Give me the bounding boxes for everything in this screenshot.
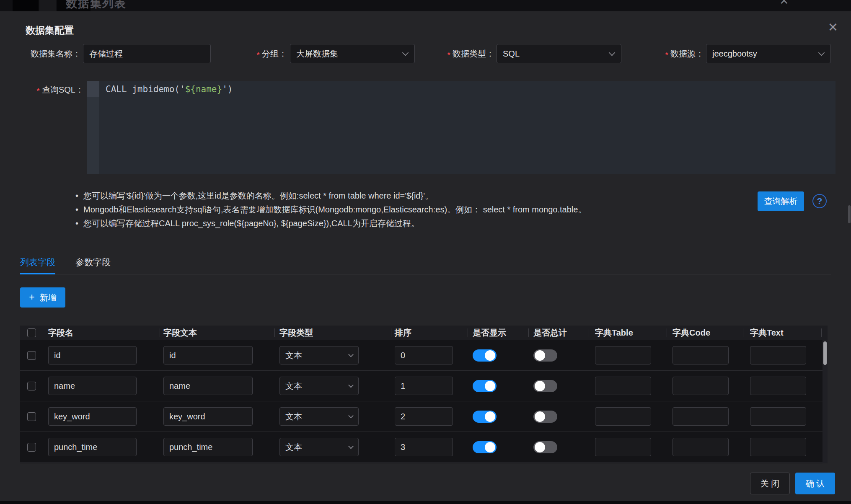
- field-type-select[interactable]: 文本: [279, 377, 359, 395]
- tab-list-fields[interactable]: 列表字段: [20, 256, 55, 268]
- field-type-select-value: 文本: [285, 411, 302, 422]
- dict-code-input[interactable]: [673, 438, 729, 456]
- show-toggle[interactable]: [473, 441, 497, 453]
- dict-code-input[interactable]: [673, 377, 729, 395]
- column-header: 字典Code: [673, 326, 710, 340]
- dict-text-input[interactable]: [750, 438, 806, 456]
- dict-code-input[interactable]: [673, 346, 729, 364]
- dict-table-input[interactable]: [595, 377, 651, 395]
- field-type-select[interactable]: 文本: [279, 346, 359, 364]
- field-text-input[interactable]: [163, 438, 253, 456]
- sql-hints-list: 您可以编写'${id}'做为一个参数,这里id是参数的名称。例如:select …: [75, 189, 586, 230]
- field-type-select-value: 文本: [285, 350, 302, 361]
- column-header: 字典Table: [595, 326, 633, 340]
- sql-code-editor[interactable]: CALL jmbidemo('${name}'): [87, 81, 835, 174]
- header-separator: [821, 328, 822, 337]
- header-separator: [391, 328, 391, 337]
- modal-scrollbar-thumb[interactable]: [848, 205, 851, 223]
- table-body: 文本文本文本文本: [20, 340, 828, 463]
- total-toggle[interactable]: [533, 441, 557, 453]
- dataset-name-label-text: 数据集名称：: [31, 48, 81, 59]
- show-toggle[interactable]: [473, 380, 497, 392]
- chevron-down-icon: [818, 49, 825, 56]
- dataset-name-input[interactable]: [83, 44, 211, 63]
- show-toggle[interactable]: [473, 349, 497, 362]
- chevron-down-icon: [348, 413, 354, 419]
- required-asterisk: *: [447, 50, 450, 60]
- field-name-input[interactable]: [48, 407, 137, 426]
- field-type-select[interactable]: 文本: [279, 438, 359, 456]
- column-header: 字段类型: [279, 326, 313, 340]
- query-parse-button[interactable]: 查询解析: [758, 191, 804, 211]
- toggle-knob: [485, 411, 495, 422]
- sql-label: * 查询SQL：: [8, 81, 84, 98]
- field-text-input[interactable]: [163, 377, 253, 395]
- group-select[interactable]: 大屏数据集: [290, 44, 415, 63]
- tabs-divider: [20, 274, 831, 274]
- dict-text-input[interactable]: [750, 407, 806, 426]
- background-close-icon[interactable]: ✕: [779, 0, 789, 8]
- hint-item: 您可以编写存储过程CALL proc_sys_role(${pageNo}, $…: [75, 217, 586, 230]
- show-toggle[interactable]: [473, 411, 497, 423]
- table-row: 文本: [20, 340, 828, 371]
- toggle-knob: [535, 350, 545, 361]
- field-name-input[interactable]: [48, 438, 137, 456]
- modal-title: 数据集配置: [26, 24, 74, 37]
- dict-text-input[interactable]: [750, 377, 806, 395]
- close-icon[interactable]: ✕: [825, 19, 841, 36]
- total-toggle[interactable]: [533, 380, 557, 392]
- toggle-knob: [485, 350, 495, 361]
- data-type-select-value: SQL: [503, 49, 520, 59]
- background-dialog-title: 数据集列表: [66, 0, 127, 11]
- select-all-checkbox[interactable]: [27, 328, 36, 337]
- help-circle-icon[interactable]: ?: [812, 194, 827, 208]
- dict-code-input[interactable]: [673, 407, 729, 426]
- dataset-config-modal: 数据集配置 ✕ 数据集名称： * 分组： 大屏数据集 * 数据类型： SQL *…: [0, 11, 851, 501]
- confirm-button[interactable]: 确 认: [795, 473, 835, 494]
- dict-table-input[interactable]: [595, 407, 651, 426]
- total-toggle[interactable]: [533, 349, 557, 362]
- field-text-input[interactable]: [163, 346, 253, 364]
- sort-order-input[interactable]: [395, 407, 453, 426]
- dict-text-input[interactable]: [750, 346, 806, 364]
- dict-table-input[interactable]: [595, 438, 651, 456]
- data-source-select-value: jeecgbootsy: [712, 49, 757, 59]
- table-scrollbar-thumb[interactable]: [823, 341, 827, 365]
- column-header: 是否显示: [473, 326, 506, 340]
- background-panel-block: [39, 0, 56, 11]
- close-button[interactable]: 关 闭: [750, 473, 790, 494]
- row-checkbox[interactable]: [27, 382, 36, 390]
- tab-param-fields[interactable]: 参数字段: [75, 256, 111, 268]
- sort-order-input[interactable]: [395, 377, 453, 395]
- toggle-knob: [485, 381, 495, 391]
- field-text-input[interactable]: [163, 407, 253, 426]
- header-separator: [468, 328, 468, 337]
- data-source-label-text: 数据源：: [670, 48, 704, 59]
- header-separator: [160, 328, 160, 337]
- column-header: 字段文本: [163, 326, 197, 340]
- active-tab-underline: [20, 273, 55, 274]
- group-label-text: 分组：: [262, 48, 287, 59]
- row-checkbox[interactable]: [27, 351, 36, 360]
- row-checkbox[interactable]: [27, 412, 36, 421]
- sql-label-text: 查询SQL：: [42, 84, 84, 96]
- group-label: * 分组：: [226, 44, 287, 63]
- row-checkbox[interactable]: [27, 443, 36, 452]
- sort-order-input[interactable]: [395, 346, 453, 364]
- field-type-select[interactable]: 文本: [279, 407, 359, 426]
- toggle-knob: [535, 381, 545, 391]
- column-header: 是否总计: [533, 326, 567, 340]
- hint-item: Mongodb和Elasticsearch支持sql语句,表名需要增加数据库标识…: [75, 203, 586, 217]
- required-asterisk: *: [36, 86, 40, 96]
- add-row-button[interactable]: + 新增: [20, 287, 65, 308]
- dict-table-input[interactable]: [595, 346, 651, 364]
- data-source-select[interactable]: jeecgbootsy: [706, 44, 831, 63]
- column-header: 排序: [395, 326, 411, 340]
- chevron-down-icon: [402, 49, 409, 56]
- total-toggle[interactable]: [533, 411, 557, 423]
- data-type-select[interactable]: SQL: [497, 44, 621, 63]
- sort-order-input[interactable]: [395, 438, 453, 456]
- fields-table: 字段名字段文本字段类型排序是否显示是否总计字典Table字典Code字典Text…: [20, 326, 828, 463]
- field-name-input[interactable]: [48, 377, 137, 395]
- field-name-input[interactable]: [48, 346, 137, 364]
